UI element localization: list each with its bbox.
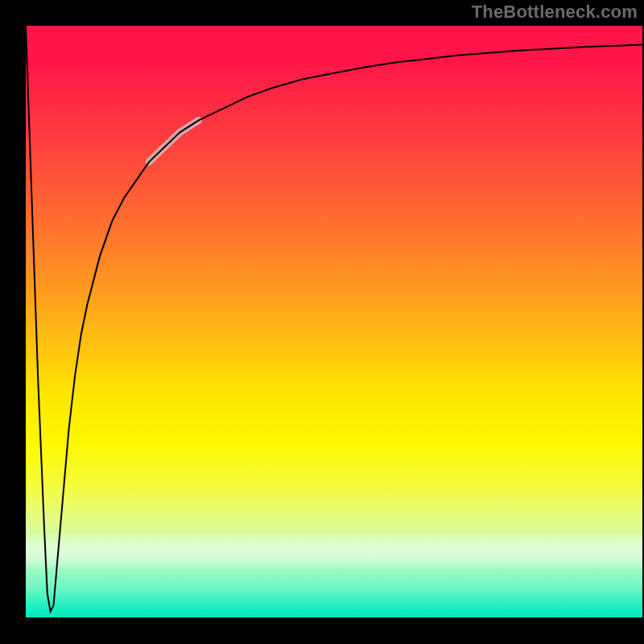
plot-area (26, 26, 642, 617)
bottleneck-curve-line (26, 26, 642, 612)
chart-frame: TheBottleneck.com (0, 0, 644, 644)
watermark-text: TheBottleneck.com (472, 2, 638, 23)
chart-svg (26, 26, 642, 617)
